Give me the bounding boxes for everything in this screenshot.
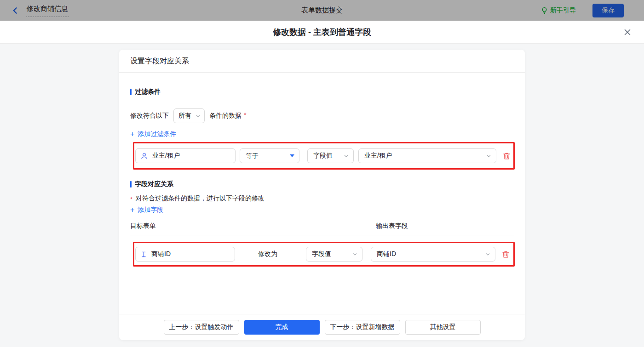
delete-filter-row-button[interactable] bbox=[502, 151, 511, 160]
mapping-value-type-select[interactable]: 字段值 bbox=[306, 247, 362, 262]
card-footer: 上一步：设置触发动作 完成 下一步：设置新增数据 其他设置 bbox=[119, 314, 525, 340]
mapping-section-title: 字段对应关系 bbox=[130, 180, 514, 189]
target-field-selector[interactable]: 商铺ID bbox=[135, 247, 235, 262]
chevron-down-icon bbox=[486, 154, 491, 159]
filter-row-annotation-box: 业主/租户 等于 字段值 业主/租户 bbox=[133, 142, 515, 170]
chevron-down-icon bbox=[196, 114, 201, 119]
target-field-value: 商铺ID bbox=[151, 250, 171, 258]
operator-select[interactable]: 等于 bbox=[240, 148, 299, 163]
other-settings-button[interactable]: 其他设置 bbox=[405, 320, 481, 335]
filter-field-value: 业主/租户 bbox=[152, 152, 180, 160]
filter-field-selector[interactable]: 业主/租户 bbox=[135, 148, 236, 163]
column-output-field: 输出表字段 bbox=[376, 222, 408, 231]
section-accent-bar bbox=[130, 181, 132, 188]
condition-sentence: 修改符合以下 所有 条件的数据 * bbox=[130, 108, 514, 123]
mapping-column-headers: 目标表单 输出表字段 bbox=[130, 222, 514, 231]
operator-value: 等于 bbox=[240, 149, 285, 163]
chevron-down-icon bbox=[352, 252, 357, 257]
mapping-value-select[interactable]: 商铺ID bbox=[371, 247, 495, 262]
card-title: 设置字段对应关系 bbox=[119, 50, 525, 73]
modal-header: 修改数据 - 主表到普通字段 bbox=[0, 21, 644, 44]
column-divider bbox=[130, 235, 514, 235]
done-button[interactable]: 完成 bbox=[244, 320, 320, 335]
close-icon bbox=[623, 28, 632, 36]
modify-to-label: 修改为 bbox=[258, 250, 278, 258]
add-field-link[interactable]: + 添加字段 bbox=[130, 205, 163, 215]
plus-icon: + bbox=[130, 206, 134, 214]
close-button[interactable] bbox=[622, 27, 633, 38]
filter-value-select[interactable]: 业主/租户 bbox=[358, 148, 496, 163]
delete-mapping-row-button[interactable] bbox=[501, 250, 510, 259]
modal-title: 修改数据 - 主表到普通字段 bbox=[273, 27, 371, 38]
column-target-form: 目标表单 bbox=[130, 222, 156, 231]
modal-dim-overlay bbox=[0, 0, 644, 21]
trash-icon bbox=[501, 250, 510, 259]
prev-step-button[interactable]: 上一步：设置触发动作 bbox=[164, 320, 239, 335]
field-mapping-card: 设置字段对应关系 过滤条件 修改符合以下 所有 条件的数据 * + bbox=[119, 50, 525, 340]
required-asterisk: * bbox=[244, 111, 246, 119]
caret-down-icon bbox=[290, 154, 294, 157]
condition-scope-select[interactable]: 所有 bbox=[173, 108, 205, 123]
chevron-down-icon bbox=[344, 154, 349, 159]
operator-caret-zone[interactable] bbox=[285, 149, 299, 163]
top-navigation-bar: 修改商铺信息 表单数据提交 新手引导 保存 bbox=[0, 0, 644, 21]
next-step-button[interactable]: 下一步：设置新增数据 bbox=[325, 320, 400, 335]
condition-suffix: 条件的数据 bbox=[209, 112, 242, 120]
plus-icon: + bbox=[130, 131, 134, 138]
person-icon bbox=[140, 152, 148, 160]
condition-prefix: 修改符合以下 bbox=[130, 112, 169, 120]
filter-value-type-select[interactable]: 字段值 bbox=[307, 148, 354, 163]
mapping-description: * 对符合过滤条件的数据，进行以下字段的修改 bbox=[130, 194, 514, 203]
text-cursor-icon bbox=[140, 251, 147, 258]
chevron-down-icon bbox=[485, 252, 490, 257]
trash-icon bbox=[502, 152, 511, 160]
filter-section-title: 过滤条件 bbox=[130, 87, 514, 97]
required-asterisk: * bbox=[130, 196, 132, 203]
mapping-row-annotation-box: 商铺ID 修改为 字段值 商铺ID bbox=[133, 242, 515, 267]
edit-data-modal: 修改数据 - 主表到普通字段 设置字段对应关系 过滤条件 修改符合以下 所有 bbox=[0, 21, 644, 347]
add-filter-condition-link[interactable]: + 添加过滤条件 bbox=[130, 130, 176, 139]
section-accent-bar bbox=[130, 89, 132, 95]
